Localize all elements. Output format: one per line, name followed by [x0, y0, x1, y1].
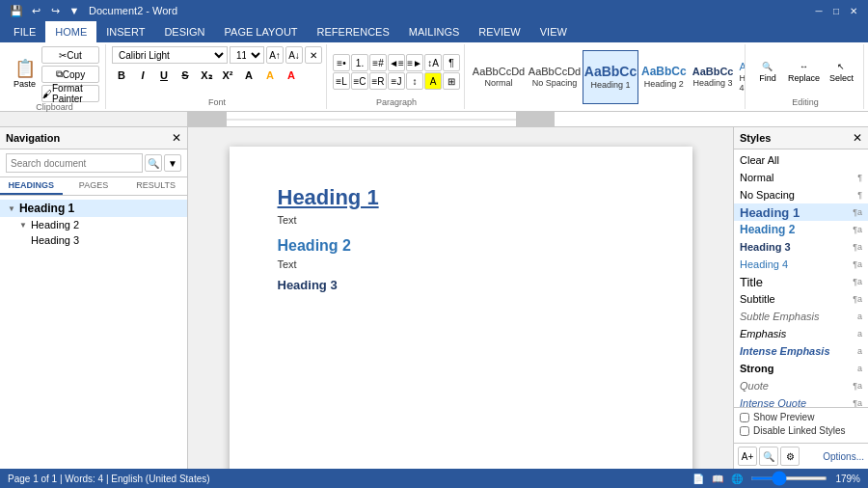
nav-item-heading3[interactable]: Heading 3 [0, 232, 187, 248]
manage-styles-button[interactable]: ⚙ [780, 447, 800, 466]
style-heading1[interactable]: AaBbCc Heading 1 [583, 50, 638, 104]
find-button[interactable]: 🔍 Find [753, 47, 782, 97]
grow-font-button[interactable]: A↑ [266, 46, 284, 64]
read-view-icon[interactable]: 📖 [712, 474, 723, 484]
style-heading2[interactable]: AaBbCc Heading 2 [638, 50, 690, 104]
layout-view-icon[interactable]: 📄 [692, 474, 704, 484]
search-button[interactable]: 🔍 [145, 154, 162, 172]
style-row-emphasis[interactable]: Emphasis a [734, 325, 868, 342]
style-heading4[interactable]: AaBbCc Heading 4 [737, 50, 746, 104]
style-row-quote[interactable]: Quote ¶a [734, 377, 868, 394]
options-button[interactable]: Options... [823, 451, 864, 462]
cut-button[interactable]: ✂ Cut [41, 46, 99, 64]
superscript-button[interactable]: X² [218, 66, 237, 85]
web-view-icon[interactable]: 🌐 [731, 474, 743, 484]
tab-view[interactable]: VIEW [530, 21, 577, 42]
nav-tab-headings[interactable]: HEADINGS [0, 177, 63, 195]
doc-body1[interactable]: Text [278, 214, 644, 226]
font-color-button[interactable]: A [282, 66, 301, 85]
status-right: 📄 📖 🌐 179% [692, 474, 860, 484]
replace-button[interactable]: ↔ Replace [784, 47, 824, 97]
style-row-heading2[interactable]: Heading 2 ¶a [734, 221, 868, 238]
save-qat-button[interactable]: 💾 [8, 2, 25, 19]
select-button[interactable]: ↖ Select [826, 47, 857, 97]
shrink-font-button[interactable]: A↓ [285, 46, 303, 64]
format-painter-button[interactable]: 🖌 Format Painter [41, 85, 99, 102]
nav-close-icon[interactable]: ✕ [172, 131, 181, 145]
nav-item-heading1[interactable]: ▼ Heading 1 [0, 200, 187, 217]
line-spacing-button[interactable]: ↕ [406, 72, 423, 90]
doc-heading3[interactable]: Heading 3 [278, 278, 644, 292]
style-row-heading1[interactable]: Heading 1 ¶a [734, 203, 868, 221]
customize-qat-button[interactable]: ▼ [66, 2, 83, 19]
sort-button[interactable]: ↕A [424, 54, 442, 71]
style-heading3[interactable]: AaBbCc Heading 3 [690, 50, 737, 104]
show-marks-button[interactable]: ¶ [443, 54, 460, 71]
search-input[interactable] [6, 153, 143, 173]
tab-insert[interactable]: INSERT [96, 21, 154, 42]
style-inspector-button[interactable]: 🔍 [759, 447, 778, 466]
justify-button[interactable]: ≡J [388, 72, 405, 90]
style-row-title[interactable]: Title ¶a [734, 273, 868, 290]
nav-tab-results[interactable]: RESULTS [124, 177, 187, 195]
clear-format-button[interactable]: ✕ [305, 46, 322, 64]
paste-button[interactable]: 📋 Paste [10, 49, 40, 99]
zoom-slider[interactable] [750, 476, 827, 480]
bullets-button[interactable]: ≡• [333, 54, 350, 71]
maximize-button[interactable]: □ [829, 4, 843, 17]
style-row-intense-emphasis[interactable]: Intense Emphasis a [734, 342, 868, 360]
style-row-clear-all[interactable]: Clear All [734, 151, 868, 169]
style-row-subtitle[interactable]: Subtitle ¶a [734, 290, 868, 308]
font-name-select[interactable]: Calibri Light Calibri Arial [112, 46, 228, 64]
numbering-button[interactable]: 1. [351, 54, 368, 71]
undo-qat-button[interactable]: ↩ [27, 2, 44, 19]
tab-design[interactable]: DESIGN [154, 21, 214, 42]
redo-qat-button[interactable]: ↪ [46, 2, 64, 19]
bold-button[interactable]: B [112, 66, 131, 85]
copy-button[interactable]: ⧉ Copy [41, 66, 99, 83]
multilevel-list-button[interactable]: ≡# [369, 54, 387, 71]
doc-heading1[interactable]: Heading 1 [278, 185, 644, 210]
style-row-heading4[interactable]: Heading 4 ¶a [734, 256, 868, 273]
shading-button[interactable]: A [424, 72, 442, 90]
decrease-indent-button[interactable]: ◄≡ [388, 54, 405, 71]
nav-tab-pages[interactable]: PAGES [63, 177, 125, 195]
tab-file[interactable]: FILE [4, 21, 45, 42]
disable-linked-checkbox[interactable] [740, 426, 749, 436]
text-highlight-button[interactable]: A [260, 66, 280, 85]
text-effects-button[interactable]: A [239, 66, 258, 85]
style-row-strong[interactable]: Strong a [734, 360, 868, 377]
style-row-no-spacing[interactable]: No Spacing ¶ [734, 186, 868, 203]
document-page[interactable]: Heading 1 Text Heading 2 Text Heading 3 [230, 147, 692, 469]
font-size-select[interactable]: 11 12 14 [230, 46, 264, 64]
styles-panel-close-icon[interactable]: ✕ [853, 131, 862, 145]
borders-button[interactable]: ⊞ [443, 72, 460, 90]
increase-indent-button[interactable]: ≡► [406, 54, 423, 71]
align-center-button[interactable]: ≡C [351, 72, 368, 90]
tab-page-layout[interactable]: PAGE LAYOUT [215, 21, 308, 42]
underline-button[interactable]: U [154, 66, 174, 85]
nav-item-heading2[interactable]: ▼ Heading 2 [0, 217, 187, 232]
minimize-button[interactable]: ─ [812, 4, 826, 17]
italic-button[interactable]: I [133, 66, 152, 85]
tab-references[interactable]: REFERENCES [308, 21, 399, 42]
search-options-button[interactable]: ▼ [164, 154, 181, 172]
show-preview-checkbox[interactable] [740, 413, 749, 422]
style-no-spacing[interactable]: AaBbCcDd No Spacing [527, 50, 583, 104]
tab-review[interactable]: REVIEW [469, 21, 529, 42]
doc-heading2[interactable]: Heading 2 [278, 237, 644, 255]
subscript-button[interactable]: X₂ [197, 66, 216, 85]
new-style-button[interactable]: A+ [738, 447, 757, 466]
style-row-heading3[interactable]: Heading 3 ¶a [734, 238, 868, 256]
style-row-subtle-emphasis[interactable]: Subtle Emphasis a [734, 308, 868, 325]
style-normal[interactable]: AaBbCcDd Normal [471, 50, 527, 104]
align-right-button[interactable]: ≡R [369, 72, 387, 90]
tab-mailings[interactable]: MAILINGS [399, 21, 470, 42]
close-button[interactable]: ✕ [847, 4, 860, 17]
tab-home[interactable]: HOME [45, 21, 96, 42]
style-row-intense-quote[interactable]: Intense Quote ¶a [734, 394, 868, 407]
align-left-button[interactable]: ≡L [333, 72, 350, 90]
style-row-normal[interactable]: Normal ¶ [734, 169, 868, 186]
strikethrough-button[interactable]: S [176, 66, 195, 85]
doc-body2[interactable]: Text [278, 258, 644, 270]
